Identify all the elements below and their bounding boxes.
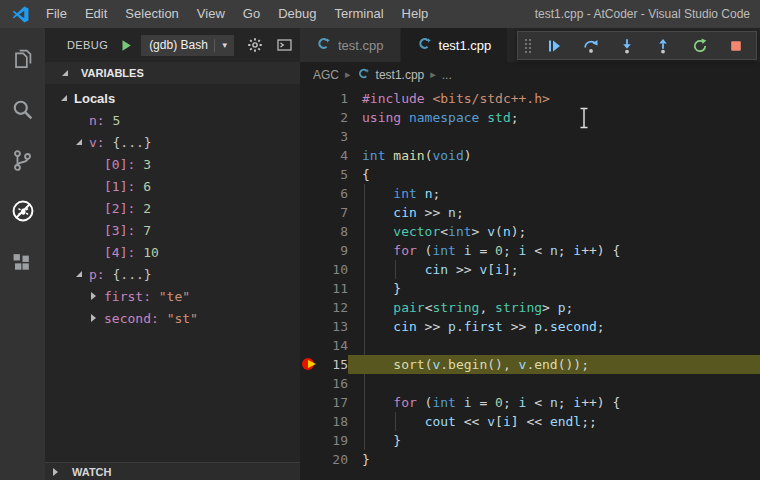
twistie-expanded-icon[interactable] xyxy=(76,271,89,277)
code-line-13[interactable]: 13 cin >> p.first >> p.second; xyxy=(300,317,760,336)
menu-view[interactable]: View xyxy=(188,0,234,28)
stop-button[interactable] xyxy=(723,34,749,58)
breadcrumb-file[interactable]: test1.cpp xyxy=(376,68,425,82)
code-token: cout xyxy=(425,414,456,429)
indent-guide xyxy=(364,393,365,412)
variable-row-[0][interactable]: [0]: 3 xyxy=(45,153,300,175)
start-debugging-button[interactable] xyxy=(119,38,133,53)
debug-console-icon[interactable] xyxy=(276,37,293,53)
variable-row-second[interactable]: second: "st" xyxy=(45,307,300,329)
explorer-icon[interactable] xyxy=(0,38,45,78)
twistie-expanded-icon[interactable] xyxy=(62,70,75,76)
line-number[interactable]: 1 xyxy=(300,89,348,108)
line-number[interactable]: 2 xyxy=(300,108,348,127)
line-number[interactable]: 14 xyxy=(300,336,348,355)
code-line-14[interactable]: 14 xyxy=(300,336,760,355)
variable-row-[1][interactable]: [1]: 6 xyxy=(45,175,300,197)
line-number[interactable]: 5 xyxy=(300,165,348,184)
line-content: using namespace std; xyxy=(362,108,760,127)
code-line-10[interactable]: 10 cin >> v[i]; xyxy=(300,260,760,279)
line-number[interactable]: 3 xyxy=(300,127,348,146)
line-number[interactable]: 20 xyxy=(300,450,348,469)
code-line-2[interactable]: 2using namespace std; xyxy=(300,108,760,127)
twistie-collapsed-icon[interactable] xyxy=(91,314,104,322)
twistie-expanded-icon[interactable] xyxy=(61,95,74,101)
tab-test-cpp[interactable]: test.cpp xyxy=(300,28,400,62)
code-token: int xyxy=(432,243,455,258)
indent-guide xyxy=(364,374,365,393)
line-content: cout << v[i] << endl;; xyxy=(362,412,760,431)
menu-go[interactable]: Go xyxy=(234,0,269,28)
breadcrumb-symbol[interactable]: ... xyxy=(442,68,452,82)
variable-row-first[interactable]: first: "te" xyxy=(45,285,300,307)
breadcrumb-folder[interactable]: AGC xyxy=(313,68,339,82)
tab-test1-cpp[interactable]: test1.cpp xyxy=(401,28,508,62)
variable-row-[4][interactable]: [4]: 10 xyxy=(45,241,300,263)
step-out-button[interactable] xyxy=(650,34,676,58)
line-number[interactable]: 19 xyxy=(300,431,348,450)
code-line-3[interactable]: 3 xyxy=(300,127,760,146)
line-number[interactable]: 11 xyxy=(300,279,348,298)
line-number[interactable]: 10 xyxy=(300,260,348,279)
code-line-8[interactable]: 8 vector<int> v(n); xyxy=(300,222,760,241)
menu-help[interactable]: Help xyxy=(393,0,438,28)
line-number[interactable]: 13 xyxy=(300,317,348,336)
code-line-6[interactable]: 6 int n; xyxy=(300,184,760,203)
extensions-icon[interactable] xyxy=(0,242,45,282)
code-line-20[interactable]: 20} xyxy=(300,450,760,469)
line-number[interactable]: 12 xyxy=(300,298,348,317)
step-over-button[interactable] xyxy=(578,34,604,58)
code-line-18[interactable]: 18 cout << v[i] << endl;; xyxy=(300,412,760,431)
line-number[interactable]: 7 xyxy=(300,203,348,222)
code-line-17[interactable]: 17 for (int i = 0; i < n; i++) { xyxy=(300,393,760,412)
debug-icon[interactable] xyxy=(0,191,45,231)
menu-terminal[interactable]: Terminal xyxy=(325,0,392,28)
menu-debug[interactable]: Debug xyxy=(269,0,325,28)
line-number[interactable]: 9 xyxy=(300,241,348,260)
line-number[interactable]: 18 xyxy=(300,412,348,431)
code-line-16[interactable]: 16 xyxy=(300,374,760,393)
variables-section-header[interactable]: VARIABLES xyxy=(45,62,300,84)
twistie-collapsed-icon[interactable] xyxy=(53,468,66,476)
gear-icon[interactable] xyxy=(247,37,263,53)
variable-row-[2][interactable]: [2]: 2 xyxy=(45,197,300,219)
code-token: ] << xyxy=(511,414,550,429)
source-control-icon[interactable] xyxy=(0,140,45,180)
breadcrumb[interactable]: AGC ▸ test1.cpp ▸ ... xyxy=(300,62,760,87)
line-number[interactable]: 16 xyxy=(300,374,348,393)
twistie-collapsed-icon[interactable] xyxy=(91,292,104,300)
code-line-9[interactable]: 9 for (int i = 0; i < n; i++) { xyxy=(300,241,760,260)
drag-handle-icon[interactable] xyxy=(525,39,531,53)
code-line-4[interactable]: 4int main(void) xyxy=(300,146,760,165)
code-token: for xyxy=(393,395,416,410)
watch-section-header[interactable]: WATCH xyxy=(45,462,300,480)
code-line-12[interactable]: 12 pair<string, string> p; xyxy=(300,298,760,317)
menu-file[interactable]: File xyxy=(37,0,76,28)
debug-controls-toolbar xyxy=(517,31,757,60)
code-line-15[interactable]: 15 sort(v.begin(), v.end()); xyxy=(300,355,760,374)
menu-selection[interactable]: Selection xyxy=(116,0,187,28)
menu-edit[interactable]: Edit xyxy=(76,0,116,28)
line-number[interactable]: 8 xyxy=(300,222,348,241)
variable-row-n[interactable]: n: 5 xyxy=(45,109,300,131)
code-line-5[interactable]: 5{ xyxy=(300,165,760,184)
continue-button[interactable] xyxy=(541,34,567,58)
variable-row-v[interactable]: v: {...} xyxy=(45,131,300,153)
code-line-7[interactable]: 7 cin >> n; xyxy=(300,203,760,222)
code-line-19[interactable]: 19 } xyxy=(300,431,760,450)
line-content: { xyxy=(362,165,760,184)
scope-row-locals[interactable]: Locals xyxy=(45,87,300,109)
code-line-1[interactable]: 1#include <bits/stdc++.h> xyxy=(300,89,760,108)
step-into-button[interactable] xyxy=(614,34,640,58)
variable-row-[3][interactable]: [3]: 7 xyxy=(45,219,300,241)
debug-configuration-dropdown[interactable]: (gdb) Bash ▼ xyxy=(141,35,234,56)
line-number[interactable]: 4 xyxy=(300,146,348,165)
twistie-expanded-icon[interactable] xyxy=(76,139,89,145)
variable-row-p[interactable]: p: {...} xyxy=(45,263,300,285)
restart-button[interactable] xyxy=(687,34,713,58)
code-line-11[interactable]: 11 } xyxy=(300,279,760,298)
line-number[interactable]: 6 xyxy=(300,184,348,203)
breakpoint-execution-marker-icon[interactable] xyxy=(302,358,320,371)
search-icon[interactable] xyxy=(0,89,45,129)
line-number[interactable]: 17 xyxy=(300,393,348,412)
